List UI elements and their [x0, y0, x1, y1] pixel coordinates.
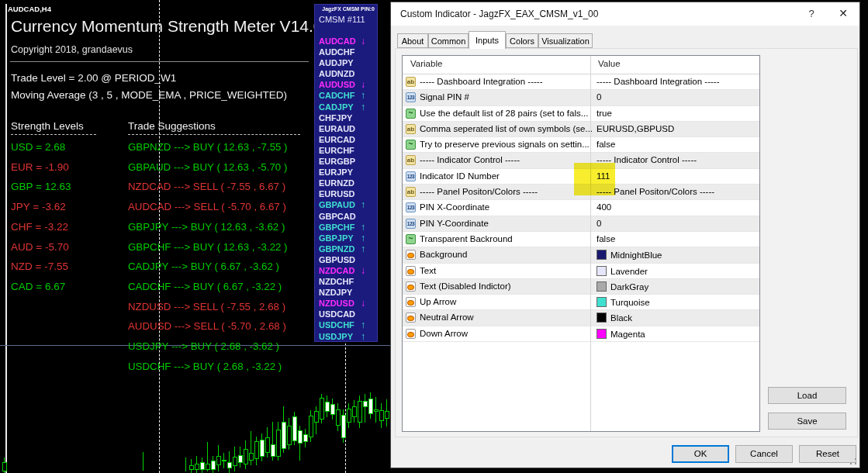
table-row[interactable]: ~Transparent Backroundfalse — [403, 232, 759, 247]
table-row[interactable]: Neutral ArrowBlack — [403, 310, 759, 326]
save-button[interactable]: Save — [768, 413, 846, 430]
variable-cell: Neutral Arrow — [420, 312, 474, 322]
down-arrow-icon: ↓ — [361, 79, 365, 90]
tab-about[interactable]: About — [397, 33, 428, 48]
candle-wick — [185, 457, 186, 471]
table-row[interactable]: ab----- Dashboard Integration ----------… — [403, 74, 759, 90]
suggestion-item: GBPNZD ---> BUY ( 12.63 , -7.55 ) — [128, 137, 288, 157]
cancel-button[interactable]: Cancel — [735, 445, 793, 463]
up-arrow-icon: ↑ — [361, 243, 365, 254]
value-cell[interactable]: 0 — [597, 92, 601, 102]
variable-cell: ----- Dashboard Integration ----- — [420, 77, 542, 86]
candle-body — [222, 460, 227, 461]
value-cell[interactable]: Lavender — [597, 266, 648, 276]
value-cell[interactable]: EURUSD,GBPUSD — [597, 124, 674, 133]
variable-cell: Up Arrow — [420, 297, 456, 306]
table-row[interactable]: Text (Disabled Indictor)DarkGray — [403, 279, 759, 295]
column-header-variable[interactable]: Variable — [410, 59, 442, 68]
table-row[interactable]: Down ArrowMagenta — [403, 326, 759, 342]
dialog-title: Custom Indicator - JagzFX_EAX_CMSM_v1_00 — [400, 9, 598, 19]
candle-body — [249, 453, 254, 461]
value-cell[interactable]: ----- Dashboard Integration ----- — [597, 77, 719, 86]
table-row[interactable]: 123PIN X-Coordinate400 — [403, 200, 759, 216]
table-row[interactable]: abComma seperated list of own symbols (s… — [403, 122, 759, 137]
up-arrow-icon: ↑ — [361, 233, 365, 243]
suggestion-item: AUDUSD ---> SELL ( -5.70 , 2.68 ) — [128, 316, 288, 337]
candle-body — [368, 399, 373, 414]
candle-body — [287, 426, 292, 445]
value-cell[interactable]: false — [597, 140, 615, 149]
load-button[interactable]: Load — [768, 387, 846, 404]
table-row[interactable]: 123Signal PIN #0 — [403, 90, 759, 105]
pair-name: GBPAUD — [319, 199, 355, 210]
pair-row-cadchf: CADCHF↑ — [315, 90, 377, 101]
candle-body — [363, 401, 368, 407]
value-cell[interactable]: DarkGray — [597, 281, 648, 292]
suggestion-item: USDJPY ---> BUY ( 2.68 , -3.62 ) — [128, 337, 288, 357]
suggestion-item: USDCHF ---> BUY ( 2.68 , -3.22 ) — [128, 357, 288, 377]
string-icon: ab — [406, 124, 416, 134]
dialog-titlebar[interactable]: Custom Indicator - JagzFX_EAX_CMSM_v1_00… — [391, 2, 859, 26]
indicator-title: Currency Momentum Strength Meter V14.01 — [11, 17, 331, 36]
pair-row-audjpy: AUDJPY — [315, 57, 377, 68]
pair-name: USDCHF — [319, 319, 354, 330]
up-arrow-icon: ↑ — [361, 331, 365, 342]
tab-inputs[interactable]: Inputs — [469, 31, 506, 49]
table-row[interactable]: ~Use the default list of 28 pairs (set t… — [403, 106, 759, 122]
pair-row-audchf: AUDCHF — [315, 47, 377, 57]
table-row[interactable]: 123PIN Y-Coordinate0 — [403, 216, 759, 232]
candle-body — [244, 449, 248, 464]
close-icon[interactable]: ✕ — [835, 7, 852, 19]
candle-wick — [143, 452, 144, 471]
table-row[interactable]: Up ArrowTurquoise — [403, 295, 759, 310]
strength-levels-list: USD = 2.68EUR = -1.90GBP = 12.63JPY = -3… — [11, 137, 71, 297]
value-cell[interactable]: MidnightBlue — [597, 250, 662, 260]
help-button[interactable]: ? — [804, 8, 818, 19]
column-header-value[interactable]: Value — [598, 59, 621, 68]
up-arrow-icon: ↑ — [361, 102, 365, 112]
pair-row-gbpusd: GBPUSD — [315, 254, 377, 265]
cmsm-panel: JagzFX CMSM PIN:0 CMSM # 111 AUDCAD↓AUDC… — [314, 4, 378, 342]
title-divider-line — [10, 61, 309, 62]
up-arrow-icon: ↑ — [361, 90, 365, 101]
ok-button[interactable]: OK — [672, 445, 729, 463]
candle-body — [298, 430, 303, 444]
pair-row-usdjpy: USDJPY↑ — [315, 331, 377, 342]
cmsm-number-value: 111 — [352, 15, 365, 24]
variable-cell: PIN X-Coordinate — [420, 202, 489, 212]
value-cell[interactable]: false — [597, 234, 615, 243]
column-divider[interactable] — [590, 56, 591, 432]
value-cell[interactable]: 400 — [597, 202, 611, 212]
resize-grip[interactable] — [849, 457, 857, 465]
tab-colors[interactable]: Colors — [506, 33, 538, 48]
value-cell[interactable]: true — [597, 109, 612, 118]
variable-cell: ----- Panel Positon/Colors ----- — [420, 187, 538, 196]
strength-item: GBP = 12.63 — [11, 177, 71, 197]
trade-level-text: Trade Level = 2.00 @ PERIOD_W1 — [11, 72, 176, 84]
color-icon — [406, 329, 416, 339]
table-row[interactable]: BackgroundMidnightBlue — [403, 247, 759, 263]
candle-body — [254, 441, 259, 459]
pair-name: AUDJPY — [319, 57, 354, 68]
pair-row-cadjpy: CADJPY↑ — [315, 102, 377, 112]
trade-suggestions-list: GBPNZD ---> BUY ( 12.63 , -7.55 )GBPAUD … — [128, 137, 288, 376]
pair-row-chfjpy: CHFJPY — [315, 112, 377, 123]
candle-body — [320, 398, 324, 419]
candle-body — [238, 455, 243, 463]
tab-visualization[interactable]: Visualization — [538, 33, 593, 48]
value-cell[interactable]: Magenta — [597, 329, 645, 339]
variable-cell: PIN Y-Coordinate — [420, 219, 489, 228]
pair-row-audcad: AUDCAD↓ — [315, 36, 377, 47]
reset-button[interactable]: Reset — [799, 445, 856, 463]
pair-row-usdchf: USDCHF↑ — [315, 319, 377, 330]
table-row[interactable]: TextLavender — [403, 264, 759, 279]
value-cell[interactable]: Black — [597, 312, 632, 323]
integer-icon: 123 — [406, 202, 416, 212]
value-cell[interactable]: 0 — [597, 219, 601, 228]
value-cell[interactable]: Turquoise — [597, 297, 650, 307]
trade-suggestions-heading: Trade Suggestions — [128, 120, 300, 135]
table-row[interactable]: ~Try to preserve previous signals on set… — [403, 137, 759, 153]
tab-common[interactable]: Common — [428, 33, 469, 48]
pair-row-gbpjpy: GBPJPY↑ — [315, 233, 377, 243]
candle-body — [206, 464, 210, 470]
